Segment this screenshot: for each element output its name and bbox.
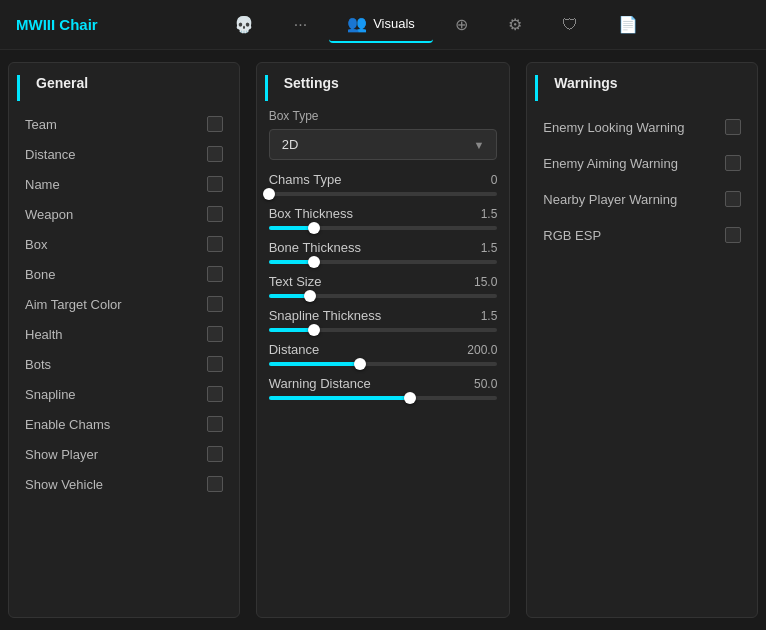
slider-track[interactable]	[269, 192, 498, 196]
tab-visuals[interactable]: 👥 Visuals	[329, 6, 433, 43]
tab-settings[interactable]: ⚙	[490, 6, 540, 43]
general-item-label: Aim Target Color	[25, 297, 122, 312]
general-item-checkbox[interactable]	[207, 206, 223, 222]
slider-header: Bone Thickness 1.5	[269, 240, 498, 255]
general-item-name[interactable]: Name	[9, 169, 239, 199]
slider-header: Snapline Thickness 1.5	[269, 308, 498, 323]
general-item-bone[interactable]: Bone	[9, 259, 239, 289]
general-item-checkbox[interactable]	[207, 416, 223, 432]
general-item-checkbox[interactable]	[207, 446, 223, 462]
settings-inner: Box Type 2D ▼ Chams Type 0 Box Thickness…	[257, 109, 510, 400]
tab-aim[interactable]: ⊕	[437, 6, 486, 43]
general-item-label: Bone	[25, 267, 55, 282]
slider-header: Warning Distance 50.0	[269, 376, 498, 391]
slider-track[interactable]	[269, 396, 498, 400]
general-item-checkbox[interactable]	[207, 356, 223, 372]
sliders-container: Chams Type 0 Box Thickness 1.5 Bone Thic…	[269, 172, 498, 400]
aim-icon: ⊕	[455, 15, 468, 34]
general-item-box[interactable]: Box	[9, 229, 239, 259]
slider-row-chams-type: Chams Type 0	[269, 172, 498, 196]
slider-thumb[interactable]	[404, 392, 416, 404]
general-item-label: Snapline	[25, 387, 76, 402]
warning-item-enemy-looking-warning[interactable]: Enemy Looking Warning	[527, 109, 757, 145]
general-item-checkbox[interactable]	[207, 476, 223, 492]
warning-item-rgb-esp[interactable]: RGB ESP	[527, 217, 757, 253]
slider-thumb[interactable]	[308, 256, 320, 268]
box-type-value: 2D	[282, 137, 299, 152]
general-item-label: Distance	[25, 147, 76, 162]
topbar: MWIII Chair 💀 ··· 👥 Visuals ⊕ ⚙ 🛡 📄	[0, 0, 766, 50]
warning-item-nearby-player-warning[interactable]: Nearby Player Warning	[527, 181, 757, 217]
slider-track[interactable]	[269, 328, 498, 332]
general-item-checkbox[interactable]	[207, 326, 223, 342]
general-item-label: Bots	[25, 357, 51, 372]
general-item-checkbox[interactable]	[207, 296, 223, 312]
general-item-checkbox[interactable]	[207, 266, 223, 282]
general-item-distance[interactable]: Distance	[9, 139, 239, 169]
gear-icon: ⚙	[508, 15, 522, 34]
general-item-label: Weapon	[25, 207, 73, 222]
general-item-label: Enable Chams	[25, 417, 110, 432]
nav-tabs: 💀 ··· 👥 Visuals ⊕ ⚙ 🛡 📄	[122, 6, 750, 43]
general-item-bots[interactable]: Bots	[9, 349, 239, 379]
slider-thumb[interactable]	[308, 222, 320, 234]
slider-track[interactable]	[269, 362, 498, 366]
general-item-enable-chams[interactable]: Enable Chams	[9, 409, 239, 439]
general-item-checkbox[interactable]	[207, 176, 223, 192]
warning-label: Nearby Player Warning	[543, 192, 677, 207]
warning-item-enemy-aiming-warning[interactable]: Enemy Aiming Warning	[527, 145, 757, 181]
settings-panel: Settings Box Type 2D ▼ Chams Type 0 Box …	[256, 62, 511, 618]
slider-thumb[interactable]	[304, 290, 316, 302]
slider-value: 0	[491, 173, 498, 187]
general-item-checkbox[interactable]	[207, 146, 223, 162]
general-item-checkbox[interactable]	[207, 236, 223, 252]
tab-more[interactable]: ···	[276, 6, 325, 43]
general-item-label: Show Player	[25, 447, 98, 462]
doc-icon: 📄	[618, 15, 638, 34]
chevron-down-icon: ▼	[473, 139, 484, 151]
slider-value: 15.0	[474, 275, 497, 289]
more-icon: ···	[294, 16, 307, 34]
warning-label: Enemy Aiming Warning	[543, 156, 678, 171]
slider-track[interactable]	[269, 294, 498, 298]
warning-checkbox[interactable]	[725, 191, 741, 207]
slider-value: 1.5	[481, 207, 498, 221]
tab-doc[interactable]: 📄	[600, 6, 656, 43]
warning-checkbox[interactable]	[725, 155, 741, 171]
box-type-label: Box Type	[269, 109, 498, 123]
general-item-weapon[interactable]: Weapon	[9, 199, 239, 229]
visuals-icon: 👥	[347, 14, 367, 33]
general-item-label: Name	[25, 177, 60, 192]
general-item-team[interactable]: Team	[9, 109, 239, 139]
slider-header: Distance 200.0	[269, 342, 498, 357]
general-item-label: Health	[25, 327, 63, 342]
slider-name: Box Thickness	[269, 206, 353, 221]
slider-thumb[interactable]	[263, 188, 275, 200]
slider-track[interactable]	[269, 226, 498, 230]
slider-row-bone-thickness: Bone Thickness 1.5	[269, 240, 498, 264]
general-item-label: Show Vehicle	[25, 477, 103, 492]
general-item-snapline[interactable]: Snapline	[9, 379, 239, 409]
general-panel: General Team Distance Name Weapon Box Bo…	[8, 62, 240, 618]
general-item-checkbox[interactable]	[207, 116, 223, 132]
tab-skull[interactable]: 💀	[216, 6, 272, 43]
warning-checkbox[interactable]	[725, 119, 741, 135]
slider-thumb[interactable]	[354, 358, 366, 370]
slider-value: 200.0	[467, 343, 497, 357]
warnings-items-list: Enemy Looking Warning Enemy Aiming Warni…	[527, 109, 757, 253]
slider-row-distance: Distance 200.0	[269, 342, 498, 366]
general-item-checkbox[interactable]	[207, 386, 223, 402]
general-item-health[interactable]: Health	[9, 319, 239, 349]
box-type-dropdown[interactable]: 2D ▼	[269, 129, 498, 160]
general-item-show-player[interactable]: Show Player	[9, 439, 239, 469]
warnings-panel: Warnings Enemy Looking Warning Enemy Aim…	[526, 62, 758, 618]
general-item-show-vehicle[interactable]: Show Vehicle	[9, 469, 239, 499]
warning-checkbox[interactable]	[725, 227, 741, 243]
warning-label: RGB ESP	[543, 228, 601, 243]
slider-track[interactable]	[269, 260, 498, 264]
tab-shield[interactable]: 🛡	[544, 6, 596, 43]
slider-thumb[interactable]	[308, 324, 320, 336]
slider-name: Bone Thickness	[269, 240, 361, 255]
general-item-aim-target-color[interactable]: Aim Target Color	[9, 289, 239, 319]
warning-label: Enemy Looking Warning	[543, 120, 684, 135]
